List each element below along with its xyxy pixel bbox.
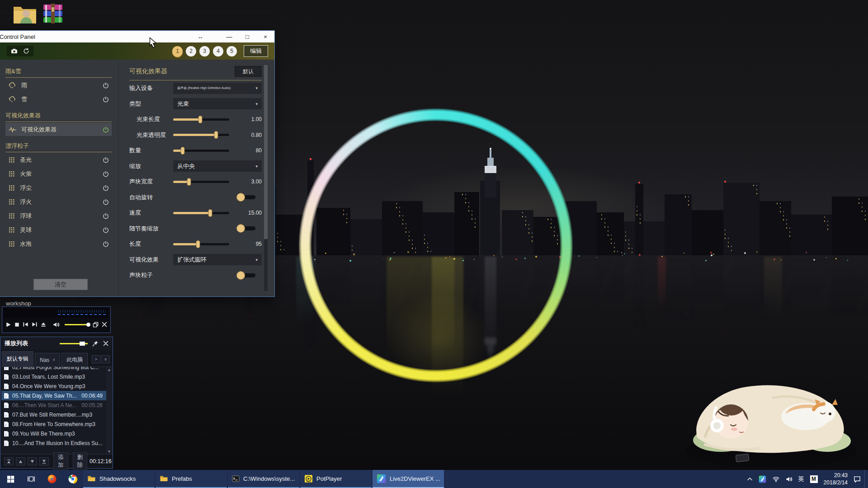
tab-menu-button[interactable]: ∨ [101,355,110,363]
tab-scroll-button[interactable]: > [92,355,100,363]
close-button[interactable]: × [256,31,274,42]
chrome-taskbar-button[interactable] [62,470,83,488]
page-button-4[interactable]: 4 [213,46,223,56]
taskbar-app-prefabs[interactable]: Prefabs [156,470,227,488]
slider-handle[interactable] [208,209,212,217]
refresh-icon[interactable] [23,48,29,54]
toggle-knob[interactable] [236,193,245,202]
song-row[interactable]: ♪04.Once We Were Young.mp3 [1,381,112,391]
scrollbar-thumb[interactable] [264,65,268,239]
power-toggle-icon[interactable] [103,185,109,191]
tab-此电脑[interactable]: 此电脑 [61,353,88,366]
toggle-knob[interactable] [236,271,245,280]
volume-knob[interactable] [80,342,85,346]
slider-handle[interactable] [214,131,218,139]
song-row[interactable]: ♪03.Lost Tears, Lost Smile.mp3 [1,372,112,381]
power-toggle-icon[interactable] [103,127,109,133]
play-icon[interactable] [5,322,11,328]
page-button-2[interactable]: 2 [186,46,196,56]
winrar-icon[interactable] [42,4,63,25]
toggle[interactable] [240,226,255,230]
dropdown[interactable]: 扬声器 (Realtek High Definition Audio)▾ [173,83,262,94]
restore-icon[interactable] [93,322,99,328]
slider[interactable] [173,181,229,183]
power-toggle-icon[interactable] [103,241,109,247]
dropdown[interactable]: 从中央▾ [173,160,262,172]
song-row[interactable]: ♪02.I Must Forgot Something But C... [1,367,112,372]
close-icon[interactable] [103,341,108,346]
dropdown[interactable]: 扩张式圆环▾ [173,254,262,265]
wifi-tray-icon[interactable] [772,476,780,482]
windows-taskbar-button[interactable] [0,470,21,488]
sidebar-item[interactable]: 火萤 [5,167,112,180]
ime-language-indicator[interactable]: 英 [798,475,804,483]
volume-slider[interactable] [65,324,90,325]
speaker-icon[interactable] [53,322,60,328]
taskbar-app-c-windows-syste-[interactable]: C:\Windows\syste... [228,470,299,488]
move-up-button[interactable] [16,457,25,465]
slider-handle[interactable] [198,116,202,123]
page-button-3[interactable]: 3 [199,46,210,56]
sidebar-item[interactable]: 浮火 [5,195,112,208]
playlist-volume-slider[interactable] [60,343,88,344]
sidebar-item[interactable]: 浮尘 [5,181,112,194]
minimize-button[interactable]: — [220,31,238,42]
slider[interactable] [173,118,229,121]
user-folder-icon[interactable] [13,3,37,26]
sidebar-item[interactable]: 雨 [5,79,112,92]
power-toggle-icon[interactable] [103,227,109,233]
sidebar-item[interactable]: 浮球 [5,209,112,222]
slider[interactable] [173,243,229,245]
taskbar-app-shadowsocks[interactable]: Shadowsocks [83,470,155,488]
default-button[interactable]: 默认 [235,66,262,77]
page-button-5[interactable]: 5 [226,46,237,56]
sidebar-item[interactable]: 雪 [5,93,112,106]
titlebar[interactable]: Control Panel ↔ — □ × [0,31,274,42]
stop-icon[interactable] [14,322,19,327]
toggle[interactable] [240,195,255,199]
prev-icon[interactable] [23,322,28,327]
playlist-header[interactable]: 播放列表 [0,337,113,350]
taskview-taskbar-button[interactable] [21,470,42,488]
scroll-down-icon[interactable]: ▼ [108,450,111,454]
close-icon[interactable] [102,322,107,327]
slider-handle[interactable] [196,240,200,248]
song-row[interactable]: ♪08.From Here To Somewhere.mp3 [1,419,112,429]
power-toggle-icon[interactable] [103,171,109,177]
workshop-desktop-label[interactable]: workshop [6,300,31,307]
taskbar-clock[interactable]: 20:43 2018/2/14 [824,472,848,486]
resize-icon[interactable]: ↔ [192,31,208,42]
move-bottom-button[interactable] [39,457,49,465]
camera-icon[interactable] [11,48,18,54]
pin-icon[interactable] [92,340,99,347]
tab-close-icon[interactable]: × [52,357,55,362]
add-button[interactable]: 添加 [53,452,68,470]
slider[interactable] [173,212,229,214]
page-button-1[interactable]: 1 [172,46,183,56]
tab-默认专辑[interactable]: 默认专辑 [2,351,33,366]
scroll-up-icon[interactable]: ▲ [108,368,111,372]
song-row[interactable]: ♪10....And The Illusion In Endless Su... [1,438,112,448]
maximize-button[interactable]: □ [238,31,256,42]
next-icon[interactable] [32,322,38,327]
clear-button[interactable]: 清空 [33,279,88,290]
panel-scrollbar[interactable] [264,65,268,291]
song-row[interactable]: ♪06....Then We Start A Ne...00:05:26 [1,400,112,410]
taskbar-app-potplayer[interactable]: PlayerPotPlayer [300,470,372,488]
seek-bar[interactable] [4,308,108,318]
sidebar-item[interactable]: 水泡 [5,237,112,250]
edit-button[interactable]: 编辑 [244,45,268,57]
ime-mode-indicator[interactable]: M [810,475,818,483]
sidebar-item[interactable]: 可视化效果器 [5,123,112,136]
eject-icon[interactable] [41,322,46,327]
song-row[interactable]: ♪05.That Day, We Saw Th...00:06:49 [1,391,112,400]
sidebar-item[interactable]: 灵球 [5,223,112,236]
move-down-button[interactable] [28,457,37,465]
slider[interactable] [173,134,229,136]
move-top-button[interactable] [4,457,14,465]
live2d-tray-icon[interactable] [759,475,766,483]
tab-Nas[interactable]: Nas× [35,353,60,366]
toggle-knob[interactable] [236,224,245,233]
power-toggle-icon[interactable] [103,82,109,89]
toggle[interactable] [240,273,255,277]
